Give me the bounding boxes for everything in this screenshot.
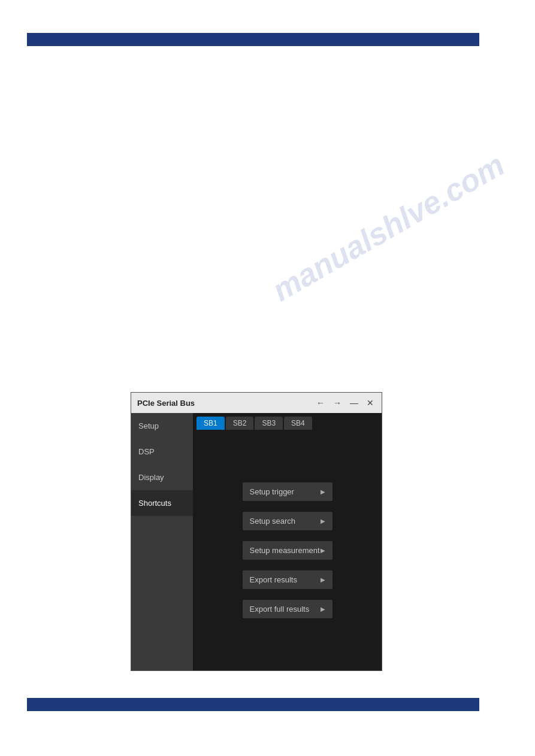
tab-bar: SB1 SB2 SB3 SB4 (193, 413, 382, 430)
setup-trigger-label: Setup trigger (250, 487, 294, 496)
title-bar-controls: ← → — ✕ (315, 398, 376, 408)
sidebar-item-shortcuts[interactable]: Shortcuts (131, 490, 193, 516)
forward-button[interactable]: → (331, 398, 343, 408)
tab-sb2[interactable]: SB2 (226, 417, 254, 430)
tab-sb4[interactable]: SB4 (284, 417, 312, 430)
export-full-results-arrow-icon: ▶ (321, 606, 325, 612)
setup-measurement-label: Setup measurement (250, 546, 320, 555)
top-bar (27, 33, 479, 46)
minimize-button[interactable]: — (348, 398, 360, 408)
sidebar-item-display[interactable]: Display (131, 464, 193, 490)
export-full-results-button[interactable]: Export full results ▶ (243, 600, 333, 618)
sidebar-item-setup[interactable]: Setup (131, 413, 193, 439)
dialog-title: PCIe Serial Bus (137, 399, 195, 408)
sidebar-item-dsp[interactable]: DSP (131, 439, 193, 464)
export-results-arrow-icon: ▶ (321, 576, 325, 583)
sidebar: Setup DSP Display Shortcuts (131, 413, 193, 670)
setup-search-button[interactable]: Setup search ▶ (243, 512, 333, 530)
setup-measurement-arrow-icon: ▶ (321, 547, 325, 554)
close-button[interactable]: ✕ (365, 398, 376, 408)
setup-measurement-button[interactable]: Setup measurement ▶ (243, 541, 333, 560)
dialog-body: Setup DSP Display Shortcuts SB1 SB2 SB3 … (131, 413, 382, 670)
export-results-label: Export results (250, 575, 297, 584)
setup-trigger-arrow-icon: ▶ (321, 488, 325, 495)
back-button[interactable]: ← (315, 398, 327, 408)
setup-trigger-button[interactable]: Setup trigger ▶ (243, 482, 333, 501)
export-full-results-label: Export full results (250, 605, 310, 614)
watermark: manualshlve.com (266, 147, 510, 308)
setup-search-label: Setup search (250, 517, 296, 526)
tab-sb1[interactable]: SB1 (197, 417, 225, 430)
dialog-window: PCIe Serial Bus ← → — ✕ Setup DSP Displa… (131, 392, 382, 671)
bottom-bar (27, 698, 479, 711)
setup-search-arrow-icon: ▶ (321, 518, 325, 524)
title-bar: PCIe Serial Bus ← → — ✕ (131, 393, 382, 413)
export-results-button[interactable]: Export results ▶ (243, 570, 333, 589)
content-panel: SB1 SB2 SB3 SB4 Setup trigger ▶ Setup se… (193, 413, 382, 670)
tab-sb3[interactable]: SB3 (255, 417, 283, 430)
shortcuts-content: Setup trigger ▶ Setup search ▶ Setup mea… (193, 430, 382, 670)
